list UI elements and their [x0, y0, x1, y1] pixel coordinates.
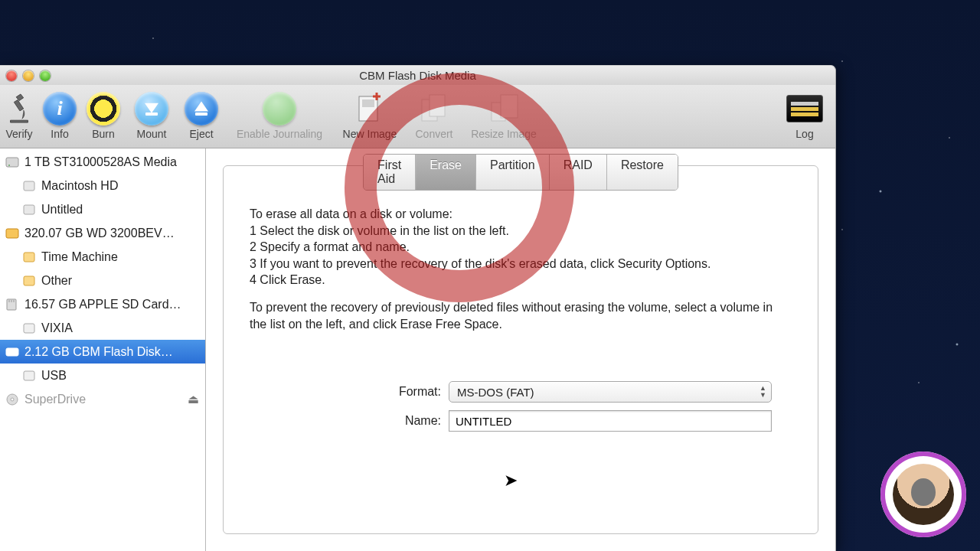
close-icon[interactable] [6, 70, 17, 81]
log-button[interactable]: Log [782, 90, 828, 140]
resize-icon [488, 92, 519, 126]
svg-rect-17 [24, 324, 34, 333]
sidebar-item[interactable]: 16.57 GB APPLE SD Card… [0, 292, 205, 316]
log-label: Log [795, 128, 813, 140]
log-icon [786, 95, 823, 122]
sidebar-item[interactable]: SuperDrive⏏ [0, 387, 205, 411]
tab-raid[interactable]: RAID [550, 155, 607, 190]
journal-label: Enable Journaling [237, 128, 322, 140]
svg-rect-12 [24, 276, 34, 285]
svg-rect-9 [24, 205, 34, 214]
mount-icon [135, 92, 168, 126]
convert-icon [419, 92, 449, 126]
new-image-button[interactable]: New Image [334, 90, 406, 140]
format-label: Format: [250, 385, 449, 399]
sidebar-item[interactable]: Macintosh HD [0, 174, 205, 197]
instr-para2: To prevent the recovery of previously de… [250, 299, 792, 332]
verify-button[interactable]: Verify [0, 90, 38, 140]
usb-vol-icon [21, 369, 37, 383]
sd-icon [5, 298, 20, 311]
sidebar-item[interactable]: Untitled [0, 197, 205, 221]
svg-rect-6 [6, 158, 18, 167]
tab-partition[interactable]: Partition [476, 155, 550, 190]
format-select[interactable]: MS-DOS (FAT) ▲▼ [449, 381, 772, 403]
avatar-icon [893, 464, 954, 525]
info-label: Info [51, 128, 68, 140]
svg-rect-19 [24, 371, 34, 380]
titlebar[interactable]: CBM Flash Disk Media [0, 66, 835, 85]
sidebar-item[interactable]: 320.07 GB WD 3200BEV… [0, 221, 205, 245]
main-panel: First Aid Erase Partition RAID Restore T… [206, 148, 835, 551]
info-button[interactable]: Info [38, 90, 81, 140]
microscope-icon [5, 92, 34, 126]
svg-rect-11 [24, 253, 34, 262]
cursor-icon: ➤ [504, 471, 518, 491]
sidebar-item-label: Macintosh HD [41, 179, 118, 193]
sidebar-item[interactable]: Other [0, 269, 205, 292]
optical-icon [5, 393, 20, 406]
burn-button[interactable]: Burn [81, 90, 126, 140]
format-value: MS-DOS (FAT) [457, 386, 534, 399]
video-watermark [880, 452, 966, 537]
sidebar-item-label: 16.57 GB APPLE SD Card… [24, 298, 181, 311]
resize-label: Resize Image [471, 128, 537, 140]
tab-frame: First Aid Erase Partition RAID Restore T… [223, 165, 818, 534]
eject-button[interactable]: Eject [178, 90, 225, 140]
mount-button[interactable]: Mount [126, 90, 178, 140]
vol-icon [21, 179, 37, 193]
tab-first-aid[interactable]: First Aid [364, 155, 416, 190]
sidebar-item-label: 1 TB ST31000528AS Media [24, 155, 177, 169]
minimize-icon[interactable] [23, 70, 34, 81]
tab-erase[interactable]: Erase [416, 155, 476, 190]
traffic-lights [6, 70, 51, 81]
enable-journaling-button[interactable]: Enable Journaling [225, 90, 334, 140]
eject-icon[interactable]: ⏏ [188, 392, 199, 406]
svg-rect-8 [24, 181, 34, 191]
newimage-label: New Image [343, 128, 397, 140]
burn-label: Burn [92, 128, 115, 140]
sidebar-item[interactable]: USB [0, 364, 205, 387]
sidebar-item-label: USB [41, 369, 67, 383]
vol-icon [21, 203, 37, 217]
content-area: 1 TB ST31000528AS MediaMacintosh HDUntit… [0, 148, 835, 551]
toolbar: Verify Info Burn Mount Eject Enable Jour… [0, 85, 835, 148]
name-row: Name: [250, 410, 792, 432]
svg-rect-18 [6, 348, 18, 356]
sidebar-item-label: 320.07 GB WD 3200BEV… [24, 227, 175, 240]
sidebar-item[interactable]: Time Machine [0, 245, 205, 269]
disk-sidebar[interactable]: 1 TB ST31000528AS MediaMacintosh HDUntit… [0, 148, 206, 551]
sidebar-item-label: VIXIA [41, 321, 73, 335]
instr-step1: 1 Select the disk or volume in the list … [250, 223, 792, 240]
apple-icon [911, 478, 936, 506]
convert-button[interactable]: Convert [406, 90, 462, 140]
convert-label: Convert [415, 128, 452, 140]
hdd-icon [5, 155, 20, 169]
sidebar-item-label: Other [41, 274, 72, 288]
sidebar-item[interactable]: 1 TB ST31000528AS Media [0, 150, 205, 174]
erase-instructions: To erase all data on a disk or volume: 1… [250, 206, 792, 332]
tab-restore[interactable]: Restore [607, 155, 678, 190]
usb-vol-icon [21, 321, 37, 335]
resize-image-button[interactable]: Resize Image [462, 90, 545, 140]
svg-rect-14 [8, 300, 10, 302]
sidebar-item[interactable]: VIXIA [0, 316, 205, 340]
disk-utility-window: CBM Flash Disk Media Verify Info Burn Mo… [0, 65, 836, 551]
format-row: Format: MS-DOS (FAT) ▲▼ [250, 381, 792, 403]
eject-label: Eject [189, 128, 213, 140]
instr-heading: To erase all data on a disk or volume: [250, 206, 792, 223]
window-title: CBM Flash Disk Media [359, 69, 476, 82]
instr-step4: 4 Click Erase. [250, 272, 792, 289]
svg-point-7 [8, 165, 10, 166]
svg-rect-15 [11, 300, 12, 302]
svg-rect-10 [6, 229, 18, 238]
name-input[interactable] [449, 410, 772, 432]
ext-vol-icon [21, 250, 37, 264]
svg-point-21 [11, 398, 14, 401]
sidebar-item[interactable]: 2.12 GB CBM Flash Disk… [0, 340, 205, 364]
name-label: Name: [250, 414, 449, 428]
sidebar-item-label: SuperDrive [24, 393, 86, 406]
sidebar-item-label: 2.12 GB CBM Flash Disk… [24, 345, 173, 359]
zoom-icon[interactable] [40, 70, 51, 81]
tabs: First Aid Erase Partition RAID Restore [363, 154, 678, 191]
burn-icon [87, 92, 120, 126]
